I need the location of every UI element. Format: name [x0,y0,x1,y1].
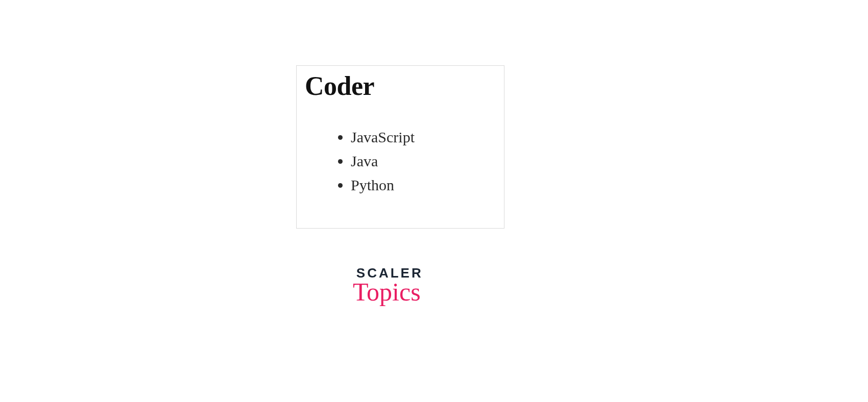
list-item: Python [351,173,496,196]
list-item: Java [351,149,496,172]
list-item: JavaScript [351,125,496,148]
logo-text-bottom: Topics [353,277,421,307]
page-heading: Coder [305,71,496,101]
brand-logo: SCALER Topics [356,265,424,307]
content-box: Coder JavaScript Java Python [296,65,504,229]
language-list: JavaScript Java Python [305,125,496,196]
